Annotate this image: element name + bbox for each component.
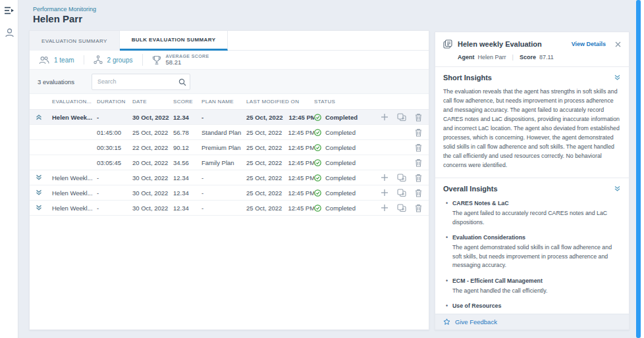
evaluation-table-card: EVALUATION SUMMARY BULK EVALUATION SUMMA… — [29, 30, 429, 330]
delete-evaluation-icon[interactable] — [415, 158, 422, 167]
stat-average-score: AVERAGE SCORE 58.21 — [142, 54, 219, 66]
collapse-section-icon[interactable] — [614, 185, 621, 192]
insight-item: Use of Resources — [446, 302, 621, 309]
stats-bar: 1 team 2 groups AVERAGE SCORE 58.21 — [30, 51, 429, 69]
duplicate-evaluation-icon[interactable] — [397, 204, 406, 212]
duplicate-evaluation-icon[interactable] — [397, 174, 406, 182]
stat-team[interactable]: 1 team — [38, 56, 84, 64]
expand-row-icon[interactable] — [30, 205, 52, 211]
col-last-modified: LAST MODIFIED ON — [246, 99, 314, 105]
search-input[interactable] — [92, 74, 190, 90]
table-row[interactable]: Helen Weekl... - 30 Oct, 2022 12.34 - 25… — [30, 170, 429, 185]
score-value: 12.34 — [173, 189, 201, 197]
delete-evaluation-icon[interactable] — [415, 189, 422, 197]
status-badge: Completed — [325, 189, 356, 197]
col-status: STATUS — [314, 99, 377, 105]
close-icon[interactable] — [615, 41, 621, 47]
status-badge: Completed — [325, 159, 356, 166]
status-check-icon — [314, 205, 321, 212]
plan-name-value: Standard Plan — [201, 129, 246, 136]
expand-row-icon[interactable] — [30, 189, 52, 196]
evaluation-name: Helen Weekl... — [52, 205, 97, 212]
insight-text: The agent handled the call efficiently. — [446, 287, 621, 296]
search-icon[interactable] — [178, 77, 186, 89]
insight-title: CARES Notes & LaC — [446, 200, 621, 206]
view-details-link[interactable]: View Details — [572, 41, 606, 47]
col-plan-name: PLAN NAME — [201, 99, 246, 105]
duration-value: - — [97, 189, 132, 197]
plan-name-value: Family Plan — [201, 159, 246, 166]
score-label: Score — [520, 54, 536, 60]
modified-time: 12:45 PM — [288, 144, 314, 151]
table-subrow: 00:30:15 22 Oct, 2022 90.12 Premium Plan… — [30, 140, 429, 155]
page-title: Helen Parr — [33, 13, 82, 24]
plan-name-value: - — [201, 189, 246, 197]
duration-value: 03:05:45 — [97, 159, 132, 166]
insight-item: CARES Notes & LaC The agent failed to ac… — [446, 200, 621, 227]
add-evaluation-icon[interactable] — [381, 174, 389, 181]
date-value: 22 Oct, 2022 — [132, 144, 173, 151]
modified-date: 25 Oct, 2022 — [246, 205, 282, 212]
score-value: 12.34 — [173, 114, 201, 121]
plan-name-value: Premium Plan — [201, 144, 246, 151]
agent-name: Helen Parr — [478, 54, 506, 60]
table-row[interactable]: Helen Week... - 30 Oct, 2022 12.34 - 25 … — [30, 110, 429, 125]
duplicate-evaluation-icon[interactable] — [397, 113, 406, 122]
table-subrow: 01:45:00 25 Oct, 2022 56.78 Standard Pla… — [30, 125, 429, 140]
add-evaluation-icon[interactable] — [381, 189, 389, 197]
status-badge: Completed — [325, 205, 356, 212]
delete-evaluation-icon[interactable] — [415, 143, 422, 152]
table-row[interactable]: Helen Weekl... - 30 Oct, 2022 12.34 - 25… — [30, 201, 429, 216]
duplicate-evaluation-icon[interactable] — [397, 189, 406, 197]
modified-time: 12:45 PM — [288, 129, 314, 136]
give-feedback-link[interactable]: Give Feedback — [455, 318, 497, 326]
tab-evaluation-summary[interactable]: EVALUATION SUMMARY — [30, 31, 120, 51]
status-badge: Completed — [325, 114, 358, 121]
modified-time: 12:45 PM — [288, 189, 314, 197]
modified-date: 25 Oct, 2022 — [246, 144, 282, 151]
right-edge-gutter — [641, 0, 644, 338]
add-evaluation-icon[interactable] — [381, 204, 389, 212]
modified-date: 25 Oct, 2022 — [246, 174, 282, 181]
groups-link[interactable]: 2 groups — [107, 57, 133, 64]
collapse-row-icon[interactable] — [30, 114, 52, 120]
insight-title: Evaluation Considerations — [446, 234, 621, 241]
col-score: SCORE — [173, 99, 201, 105]
table-row[interactable]: Helen Weekl... - 30 Oct, 2022 12.34 - 25… — [30, 185, 429, 201]
tab-bar: EVALUATION SUMMARY BULK EVALUATION SUMMA… — [30, 31, 429, 51]
panel-header: Helen weekly Evaluation View Details Age… — [435, 32, 629, 67]
short-insights-heading: Short Insights — [443, 74, 492, 82]
duration-value: - — [97, 114, 132, 121]
team-link[interactable]: 1 team — [54, 57, 74, 64]
delete-evaluation-icon[interactable] — [415, 204, 422, 212]
status-check-icon — [314, 129, 321, 136]
plan-name-value: - — [201, 174, 246, 181]
status-badge: Completed — [325, 144, 356, 151]
plan-name-value: - — [201, 205, 246, 212]
delete-evaluation-icon[interactable] — [415, 128, 422, 137]
breadcrumb[interactable]: Performance Monitoring — [33, 6, 96, 12]
add-evaluation-icon[interactable] — [381, 113, 389, 121]
evaluation-name: Helen Weekl... — [52, 174, 97, 181]
collapse-section-icon[interactable] — [614, 74, 621, 81]
score-value: 12.34 — [173, 205, 201, 212]
evaluation-name: Helen Week... — [52, 114, 97, 121]
delete-evaluation-icon[interactable] — [415, 113, 422, 122]
expand-row-icon[interactable] — [30, 174, 52, 181]
user-profile-icon[interactable] — [0, 24, 18, 41]
panel-body: Short Insights The evaluation reveals th… — [435, 67, 629, 326]
stat-groups[interactable]: 2 groups — [84, 55, 142, 64]
app-root: Performance Monitoring Helen Parr EVALUA… — [0, 0, 644, 338]
vertical-scrollbar[interactable] — [636, 0, 641, 338]
duration-value: - — [97, 205, 132, 212]
tab-bulk-evaluation-summary[interactable]: BULK EVALUATION SUMMARY — [120, 31, 228, 51]
date-value: 30 Oct, 2022 — [132, 174, 173, 181]
delete-evaluation-icon[interactable] — [415, 174, 422, 182]
score-value: 56.78 — [173, 129, 201, 136]
status-check-icon — [314, 144, 321, 151]
duration-value: 01:45:00 — [97, 129, 132, 136]
status-check-icon — [314, 174, 321, 181]
evaluation-name: Helen Weekl... — [52, 189, 97, 197]
col-evaluation: EVALUATION... — [52, 99, 97, 105]
menu-expand-icon[interactable] — [0, 2, 18, 19]
